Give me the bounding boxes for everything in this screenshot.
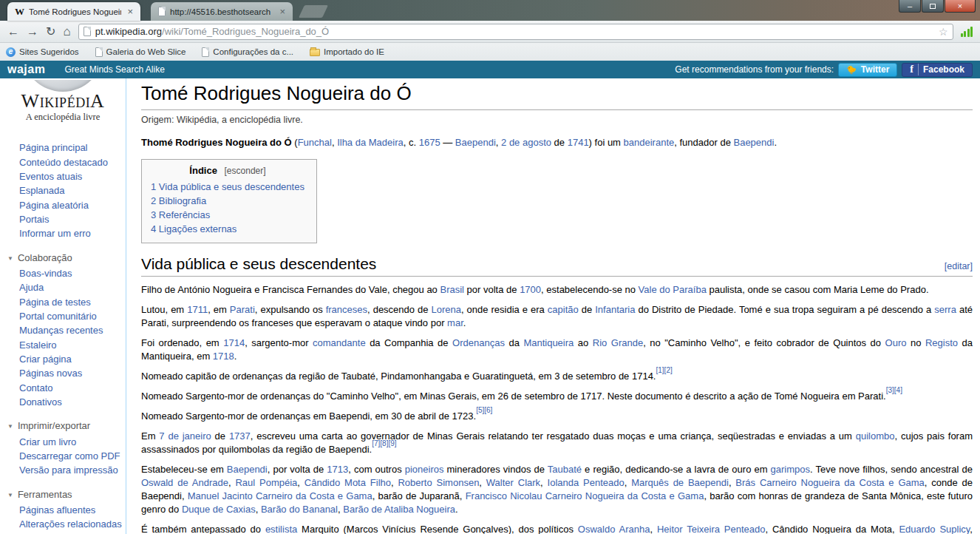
sidebar-link[interactable]: Página principal [19,141,126,155]
sidebar-link[interactable]: Esplanada [19,183,126,197]
article-link[interactable]: franceses [326,304,367,315]
toc-link[interactable]: 4 Ligações externas [151,223,237,234]
article-link[interactable]: Registo [925,337,958,348]
toc-link[interactable]: 2 Bibliografia [151,195,206,206]
sidebar-link[interactable]: Eventos atuais [19,169,126,183]
toc-hide-link[interactable]: [esconder] [225,166,266,176]
article-link[interactable]: Taubaté [548,464,582,475]
sidebar-link[interactable]: Boas-vindas [19,266,126,280]
sidebar-link[interactable]: Páginas novas [19,366,126,380]
bookmark-item[interactable]: e Sites Sugeridos [6,47,79,57]
close-button[interactable]: × [945,0,976,13]
bookmark-star-icon[interactable]: ☆ [939,26,948,38]
article-link[interactable]: Ilha da Madeira [337,137,404,148]
article-link[interactable]: 7 de janeiro [159,430,211,442]
article-link[interactable]: serra [934,304,956,315]
article-link[interactable]: pioneiros [405,464,444,475]
tab-close-icon[interactable]: × [126,7,135,16]
article-link[interactable]: Ordenanças [452,337,505,348]
address-bar[interactable]: pt.wikipedia.org/wiki/Tomé_Rodrigues_Nog… [78,24,953,40]
wikipedia-wordmark[interactable]: WikipédiA [0,92,126,111]
article-link[interactable]: Mantiqueira [523,337,574,348]
new-tab-button[interactable] [299,5,328,18]
article-link[interactable]: Barão de Ataliba Nogueira [343,504,455,515]
sidebar-link[interactable]: Alterações relacionadas [19,517,126,531]
article-link[interactable]: mar [447,317,463,328]
sidebar-link[interactable]: Descarregar como PDF [19,449,126,463]
article-link[interactable]: Duque de Caxias [182,504,256,515]
toc-link[interactable]: 3 Referências [151,209,210,220]
article-link[interactable]: Oswald de Andrade [141,477,228,488]
collapse-arrow-icon[interactable]: ▼ [7,423,13,430]
article-link[interactable]: Marquês de Baependi [631,477,729,488]
article-link[interactable]: quilombo [856,430,895,442]
article-link[interactable]: Heitor Teixeira Penteado [657,524,766,534]
article-link[interactable]: 1714 [223,337,245,348]
article-link[interactable]: 1741 [568,137,589,148]
article-link[interactable]: Vale do Paraíba [639,284,707,295]
sidebar-link[interactable]: Portais [19,212,126,226]
wajam-signal-icon[interactable] [961,27,973,37]
reload-button[interactable]: ↻ [46,26,55,38]
section-title[interactable]: Colaboração [18,252,72,263]
tab-close-icon[interactable]: × [278,7,287,16]
sidebar-link[interactable]: Conteúdo destacado [19,155,126,169]
bookmark-item[interactable]: Importado do IE [310,47,384,56]
tab-besthotsearch[interactable]: http://45516.besthotsearch × [151,2,293,21]
article-link[interactable]: 1700 [520,284,541,295]
sidebar-link[interactable]: Donativos [19,395,126,409]
article-link[interactable]: Funchal [298,137,332,148]
article-link[interactable]: Parati [230,304,255,315]
sidebar-link[interactable]: Contato [19,381,126,395]
sidebar-link[interactable]: Página de testes [19,294,126,308]
article-link[interactable]: capitão [548,304,579,315]
edit-section-link[interactable]: [editar] [945,261,973,271]
article-link[interactable]: Eduardo Suplicy [899,524,970,534]
twitter-button[interactable]: 🐤 Twitter [838,63,897,77]
article-link[interactable]: comandante [313,337,366,348]
toc-link[interactable]: 1 Vida pública e seus descendentes [151,181,304,192]
article-link[interactable]: 2 de agosto [501,137,551,148]
facebook-button[interactable]: f Facebook [902,63,973,77]
article-link[interactable]: Lorena [432,304,461,315]
collapse-arrow-icon[interactable]: ▼ [7,255,13,262]
forward-button[interactable]: → [27,26,38,38]
article-link[interactable]: Brás Carneiro Nogueira da Costa e Gama [735,477,924,488]
sidebar-link[interactable]: Página aleatória [19,198,126,212]
minimize-button[interactable]: – [899,0,921,13]
article-link[interactable]: Walter Clark [486,477,540,488]
article-link[interactable]: Roberto Simonsen [398,477,479,488]
home-button[interactable]: ⌂ [63,26,70,38]
collapse-arrow-icon[interactable]: ▼ [7,492,13,498]
tab-wikipedia-article[interactable]: W Tomé Rodrigues Nogueira × [7,2,140,21]
section-title[interactable]: Ferramentas [18,489,72,500]
article-link[interactable]: bandeirante [624,137,675,148]
article-link[interactable]: Francisco Nicolau Carneiro Nogueira da C… [466,490,704,501]
article-link[interactable]: Cândido Mota Filho [304,477,391,488]
article-link[interactable]: Baependi [455,137,496,148]
section-title[interactable]: Imprimir/exportar [18,420,90,431]
sidebar-link[interactable]: Versão para impressão [19,463,126,477]
article-link[interactable]: Raul Pompéia [235,477,297,488]
bookmark-item[interactable]: Configurações da c... [202,47,293,57]
article-link[interactable]: 1713 [327,464,348,475]
sidebar-link[interactable]: Páginas afluentes [19,503,126,517]
article-link[interactable]: 1737 [229,430,251,442]
article-link[interactable]: Baependi [733,137,774,148]
sidebar-link[interactable]: Estaleiro [19,338,126,352]
sidebar-link[interactable]: Portal comunitário [19,309,126,323]
article-link[interactable]: Infantaria [595,304,635,315]
article-link[interactable]: Brasil [440,284,464,295]
article-link[interactable]: 1718 [213,351,234,362]
sidebar-link[interactable]: Informar um erro [19,226,126,240]
article-link[interactable]: Ouro [885,337,907,348]
bookmark-item[interactable]: Galeria do Web Slice [95,47,186,57]
article-link[interactable]: Manuel Jacinto Carneiro da Costa e Gama [188,490,372,501]
reference-link[interactable]: [3][4] [886,386,902,394]
reference-link[interactable]: [7][8][9] [372,439,396,447]
article-link[interactable]: garimpos [771,464,810,475]
url-text[interactable]: pt.wikipedia.org/wiki/Tomé_Rodrigues_Nog… [95,26,934,37]
article-link[interactable]: estilista [265,524,297,534]
back-button[interactable]: ← [7,26,19,38]
article-link[interactable]: Baependi [227,464,268,475]
